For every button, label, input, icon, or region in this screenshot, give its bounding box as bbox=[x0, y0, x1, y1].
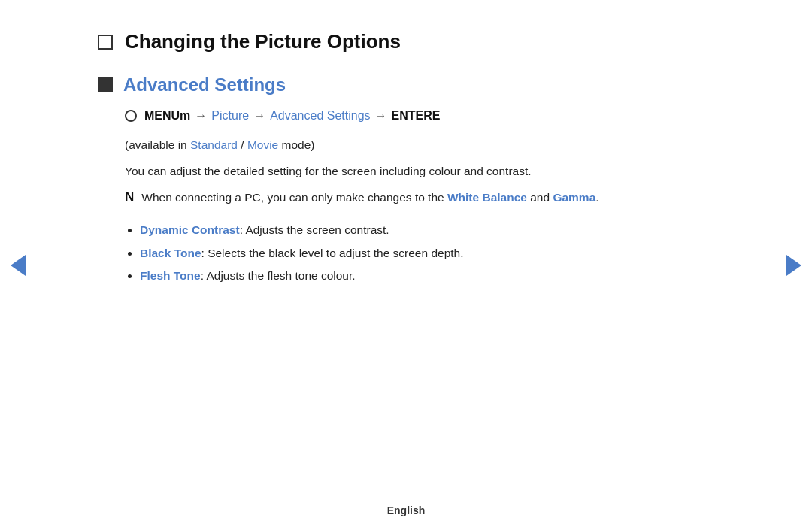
main-content: Changing the Picture Options Advanced Se… bbox=[38, 0, 774, 319]
footer-language: English bbox=[0, 504, 812, 516]
movie-link: Movie bbox=[247, 138, 278, 151]
section-heading-text: Advanced Settings bbox=[123, 74, 286, 95]
standard-link: Standard bbox=[190, 138, 238, 151]
black-tone-text: : Selects the black level to adjust the … bbox=[201, 247, 464, 259]
nav-next-button[interactable] bbox=[783, 255, 804, 276]
picture-link: Picture bbox=[211, 109, 249, 123]
right-arrow-icon bbox=[786, 255, 801, 276]
menu-label: MENUm bbox=[144, 109, 190, 123]
gamma-link: Gamma bbox=[553, 191, 595, 204]
list-item: Flesh Tone: Adjusts the flesh tone colou… bbox=[140, 266, 714, 286]
arrow-1: → bbox=[195, 109, 207, 123]
section-heading-row: Advanced Settings bbox=[98, 74, 714, 95]
note-period: . bbox=[595, 191, 598, 204]
note-and: and bbox=[527, 191, 553, 204]
available-modes-text: (available in Standard / Movie mode) bbox=[125, 136, 714, 155]
note-text-prefix: When connecting a PC, you can only make … bbox=[141, 191, 447, 204]
advanced-settings-link: Advanced Settings bbox=[270, 109, 370, 123]
description-text: You can adjust the detailed setting for … bbox=[125, 162, 714, 181]
list-item: Dynamic Contrast: Adjusts the screen con… bbox=[140, 220, 714, 240]
menu-path-row: MENUm → Picture → Advanced Settings → EN… bbox=[125, 109, 714, 123]
flesh-tone-link: Flesh Tone bbox=[140, 269, 201, 282]
page-title: Changing the Picture Options bbox=[125, 30, 401, 53]
available-suffix: mode) bbox=[278, 138, 314, 151]
note-row: N When connecting a PC, you can only mak… bbox=[125, 189, 714, 207]
arrow-2: → bbox=[253, 109, 265, 123]
checkbox-icon bbox=[98, 35, 113, 50]
left-arrow-icon bbox=[11, 255, 26, 276]
page-title-row: Changing the Picture Options bbox=[98, 30, 714, 53]
arrow-3: → bbox=[375, 109, 387, 123]
dynamic-contrast-link: Dynamic Contrast bbox=[140, 223, 240, 236]
nav-prev-button[interactable] bbox=[8, 255, 29, 276]
black-tone-link: Black Tone bbox=[140, 247, 201, 259]
available-prefix: (available in bbox=[125, 138, 190, 151]
list-item: Black Tone: Selects the black level to a… bbox=[140, 244, 714, 263]
flesh-tone-text: : Adjusts the flesh tone colour. bbox=[201, 269, 356, 282]
filled-square-icon bbox=[98, 77, 113, 92]
note-text: When connecting a PC, you can only make … bbox=[141, 189, 598, 207]
dynamic-contrast-text: : Adjusts the screen contrast. bbox=[240, 223, 389, 236]
enter-label: ENTERE bbox=[392, 109, 441, 123]
bullet-list: Dynamic Contrast: Adjusts the screen con… bbox=[140, 220, 714, 286]
circle-bullet-icon bbox=[125, 110, 137, 122]
white-balance-link: White Balance bbox=[447, 191, 527, 204]
slash-separator: / bbox=[238, 138, 247, 151]
note-letter: N bbox=[125, 189, 134, 204]
